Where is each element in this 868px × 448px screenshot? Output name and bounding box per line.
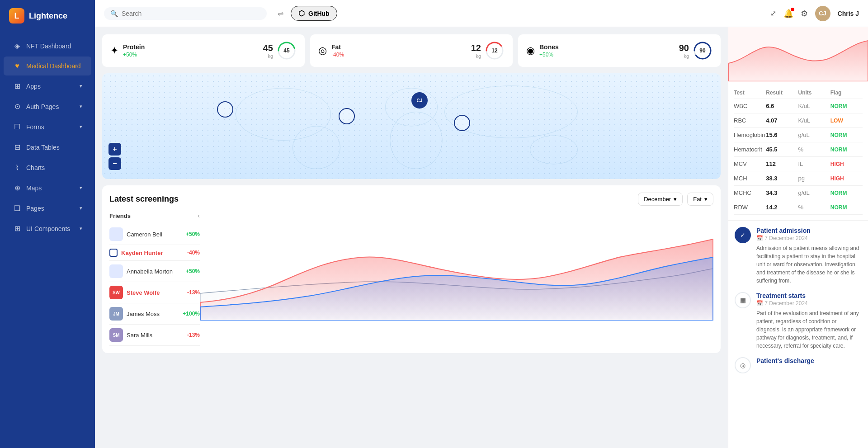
lab-unit-1: K/uL [798,117,830,124]
friend-item-steve[interactable]: SW Steve Wolfe -13% [109,282,200,303]
sidebar-item-maps[interactable]: ⊕ Maps ▾ [4,178,91,198]
friend-item-annabella[interactable]: Annabella Morton +50% [109,261,200,282]
timeline-title-treatment-starts: Treatment starts [756,292,862,299]
user-avatar[interactable]: CJ [815,6,830,21]
lab-test-2: Hemoglobin [734,132,766,138]
nav-icon-charts: ⌇ [13,163,22,172]
logo[interactable]: L Lightence [0,0,95,32]
sidebar-item-ui-components[interactable]: ⊞ UI Components ▾ [4,219,91,238]
nav-icon-medical-dashboard: ♥ [13,62,22,70]
stat-card-fat: ◎ Fat -40% 12 kg 12 [310,34,513,67]
main-content: 🔍 ⇌ ⬡ GitHub ⤢ 🔔 ⚙ CJ Chris J ✦ Protein [95,0,868,448]
screenings-header: Latest screenings December ▾ Fat ▾ [109,193,713,206]
lab-row-mchc: MCHC 34.3 g/dL NORM [734,186,863,200]
sidebar-item-medical-dashboard[interactable]: ♥ Medical Dashboard [4,57,91,75]
lab-row-mch: MCH 38.3 pg HIGH [734,171,863,186]
stat-left-0: ✦ Protein +50% [110,43,145,58]
settings-icon[interactable]: ⚙ [801,9,808,19]
sidebar-item-apps[interactable]: ⊞ Apps ▾ [4,76,91,96]
lab-flag-4: HIGH [830,161,863,167]
expand-icon[interactable]: ⤢ [770,9,776,18]
lab-flag-1: LOW [830,118,863,124]
timeline-desc-patient-admission: Admission of a patient means allowing an… [756,244,862,285]
type-chevron-icon: ▾ [704,196,708,203]
lab-result-3: 45.5 [766,146,798,153]
filter-icon[interactable]: ⇌ [278,9,283,18]
col-test: Test [734,90,766,96]
nav-label-medical-dashboard: Medical Dashboard [26,62,81,70]
stat-icon-2: ◉ [526,45,535,57]
stat-icon-0: ✦ [110,45,118,57]
stat-unit-0: kg [263,53,273,59]
friend-item-cameron[interactable]: Cameron Bell +50% [109,224,200,245]
stat-change-2: +50% [539,52,559,58]
lab-flag-0: NORM [830,103,863,109]
map-pin-avatar[interactable]: CJ [411,92,428,108]
nav-label-ui-components: UI Components [26,225,70,232]
friend-change-cameron: +50% [186,231,200,237]
stat-change-0: +50% [123,52,145,58]
nav-icon-data-tables: ⊟ [13,143,22,151]
friend-name-steve: Steve Wolfe [127,289,184,296]
sidebar-item-data-tables[interactable]: ⊟ Data Tables [4,137,91,157]
friend-avatar-cameron [109,227,123,241]
screenings-title: Latest screenings [109,194,179,204]
sidebar-item-auth-pages[interactable]: ⊙ Auth Pages ▾ [4,97,91,116]
notification-dot [791,8,794,11]
friend-item-kayden[interactable]: Kayden Hunter -40% [109,245,200,261]
sidebar-item-charts[interactable]: ⌇ Charts [4,158,91,177]
friend-item-sara[interactable]: SM Sara Mills -13% [109,325,200,346]
sidebar-nav: ◈ NFT Dashboard ♥ Medical Dashboard ⊞ Ap… [0,32,95,448]
friend-checkbox-kayden[interactable] [109,249,118,257]
friend-avatar-sara: SM [109,328,123,342]
right-panel: Test Result Units Flag WBC 6.6 K/uL NORM… [728,27,868,448]
github-button[interactable]: ⬡ GitHub [291,6,337,21]
nav-icon-forms: ☐ [13,123,22,131]
notification-icon[interactable]: 🔔 [783,9,793,19]
friend-name-kayden: Kayden Hunter [121,250,184,256]
col-flag: Flag [830,90,863,96]
search-box[interactable]: 🔍 [104,7,267,20]
nav-icon-nft-dashboard: ◈ [13,42,22,50]
content-area: ✦ Protein +50% 45 kg 45 [95,27,868,448]
timeline-item-treatment-starts: ▦ Treatment starts 📅 7 December 2024 Par… [735,292,862,350]
month-dropdown[interactable]: December ▾ [638,193,683,206]
timeline-date-patient-admission: 📅 7 December 2024 [756,235,862,241]
type-dropdown[interactable]: Fat ▾ [687,193,713,206]
github-icon: ⬡ [298,9,305,18]
screenings-chart [200,212,713,346]
map-pin-1[interactable] [217,101,233,118]
lab-unit-6: g/dL [798,189,830,196]
lab-result-5: 38.3 [766,175,798,182]
search-input[interactable] [122,10,260,17]
lab-unit-7: % [798,204,830,211]
stat-value-2: 90 [679,43,689,53]
lab-unit-3: % [798,146,830,153]
world-map-svg [108,79,715,174]
friend-item-james[interactable]: JM James Moss +100% [109,303,200,325]
sidebar-item-nft-dashboard[interactable]: ◈ NFT Dashboard [4,36,91,56]
lab-flag-5: HIGH [830,175,863,182]
type-label: Fat [693,196,702,203]
circle-label-1: 12 [491,47,497,54]
friend-avatar-steve: SW [109,286,123,299]
lab-result-6: 34.3 [766,189,798,196]
map-zoom-out[interactable]: − [108,157,121,170]
sidebar-item-forms[interactable]: ☐ Forms ▾ [4,117,91,137]
timeline-content-patient-admission: Patient admission 📅 7 December 2024 Admi… [756,227,862,285]
sidebar-item-pages[interactable]: ❏ Pages ▾ [4,198,91,218]
nav-label-data-tables: Data Tables [26,144,60,151]
stat-right-0: 45 kg 45 [263,41,297,61]
timeline-desc-treatment-starts: Part of the evaluation and treatment of … [756,309,862,350]
map-pin-2[interactable] [339,108,355,124]
stat-left-2: ◉ Bones +50% [526,43,559,58]
map-pin-3[interactable] [454,115,470,131]
timeline-icon-patient-admission: ✓ [735,227,751,243]
nav-icon-auth-pages: ⊙ [13,102,22,111]
timeline-item-patient-discharge: ◎ Patient's discharge [735,357,862,373]
map-zoom-in[interactable]: + [108,143,121,156]
map-controls: + − [108,143,121,170]
stat-name-1: Fat [331,43,344,51]
lab-result-4: 112 [766,160,798,167]
circle-label-0: 45 [283,47,289,54]
